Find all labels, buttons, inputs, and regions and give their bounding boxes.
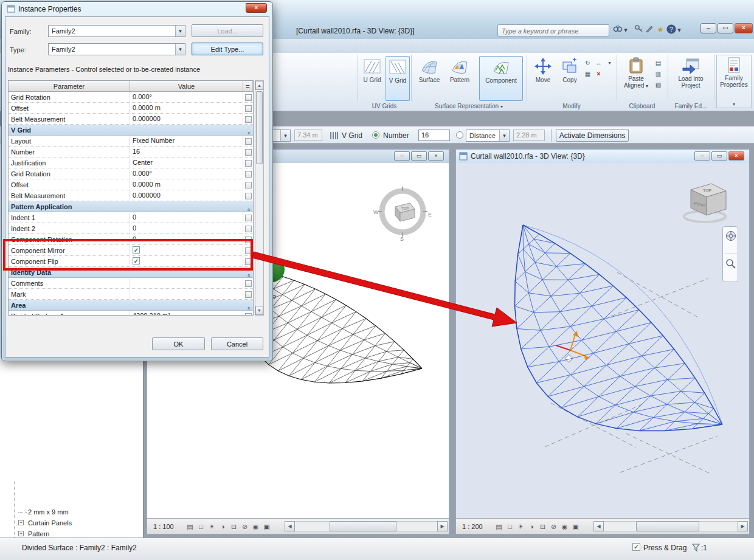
parameter-value[interactable] xyxy=(130,289,243,299)
help-icon[interactable]: ? xyxy=(665,24,677,35)
zoom-icon[interactable] xyxy=(725,258,736,269)
value-checkbox[interactable]: ✓ xyxy=(133,257,140,264)
combo-dropdown-icon[interactable]: ▾ xyxy=(175,44,185,55)
u-grid-button[interactable]: U Grid xyxy=(360,56,384,101)
parameter-section-row[interactable]: Identity Data» xyxy=(9,267,253,278)
shadows-icon[interactable]: ◑ xyxy=(218,522,228,531)
parameter-value[interactable]: 0.000000 xyxy=(130,114,243,124)
associate-parameter-button[interactable] xyxy=(243,212,253,223)
parameter-value[interactable]: 0.0000 m xyxy=(130,103,243,113)
visual-style-icon[interactable]: □ xyxy=(505,522,515,531)
parameter-value[interactable]: 0 xyxy=(130,234,243,244)
delete-icon[interactable]: × xyxy=(593,69,604,78)
combo-dropdown-icon[interactable]: ▾ xyxy=(280,130,290,141)
filter-icon[interactable] xyxy=(692,544,700,551)
parameter-value[interactable]: 0.000000 xyxy=(130,190,243,201)
combo-dropdown-icon[interactable]: ▾ xyxy=(175,26,185,36)
copy-button[interactable]: Copy xyxy=(557,56,583,101)
sun-path-icon[interactable]: ☀ xyxy=(516,522,526,531)
close-button[interactable]: × xyxy=(735,23,753,33)
crop-view-icon[interactable]: ⊡ xyxy=(229,522,239,531)
array-icon[interactable]: ▦ xyxy=(583,69,593,78)
left-hscroll-right-arrow[interactable]: ▶ xyxy=(437,521,448,531)
left-view-scale[interactable]: 1 : 100 xyxy=(153,523,174,530)
paste-dropdown-icon[interactable]: ▾ xyxy=(646,83,648,89)
value-checkbox[interactable]: ✓ xyxy=(133,246,140,254)
parameter-value[interactable]: 0 xyxy=(130,223,243,233)
associate-parameter-button[interactable] xyxy=(243,234,253,244)
parameter-value[interactable]: 0.000° xyxy=(130,168,243,179)
associate-parameter-button[interactable] xyxy=(243,168,253,179)
associate-parameter-button[interactable] xyxy=(243,278,253,288)
reveal-hidden-icon[interactable]: ▣ xyxy=(261,522,272,531)
crop-view-icon[interactable]: ⊡ xyxy=(538,522,548,531)
dialog-close-button[interactable]: × xyxy=(246,3,267,13)
table-scrollbar-thumb[interactable] xyxy=(256,91,263,164)
combo-dropdown-icon[interactable]: ▾ xyxy=(499,130,509,141)
pen-icon[interactable] xyxy=(643,24,655,35)
parameter-section-row[interactable]: Pattern Application» xyxy=(9,201,253,212)
associate-parameter-button[interactable] xyxy=(243,190,253,201)
associate-parameter-button[interactable] xyxy=(243,245,253,255)
sun-path-icon[interactable]: ☀ xyxy=(207,522,217,531)
scroll-down-arrow[interactable]: ▼ xyxy=(255,306,263,315)
detail-level-icon[interactable]: ▤ xyxy=(494,522,504,531)
associate-parameter-button[interactable] xyxy=(243,311,253,316)
table-scrollbar[interactable]: ▲ ▼ xyxy=(255,80,264,316)
type-combo[interactable]: Family2 ▾ xyxy=(48,43,185,55)
distance-combo[interactable]: Distance ▾ xyxy=(466,130,510,142)
view-compass[interactable]: TOP W S E xyxy=(372,181,433,242)
right-view-scale[interactable]: 1 : 200 xyxy=(462,523,483,530)
left-view-close-button[interactable]: × xyxy=(428,151,444,161)
maximize-button[interactable]: ▭ xyxy=(718,23,733,33)
parameter-value[interactable]: ✓ xyxy=(130,245,243,255)
parameter-value[interactable]: Fixed Number xyxy=(130,136,243,146)
cancel-button[interactable]: Cancel xyxy=(211,337,263,350)
cut-icon[interactable]: ▤ xyxy=(653,58,663,67)
associate-parameter-button[interactable] xyxy=(243,179,253,190)
visual-style-icon[interactable]: □ xyxy=(196,522,206,531)
activate-dimensions-button[interactable]: Activate Dimensions xyxy=(556,129,629,142)
rotate-icon[interactable]: ↻ xyxy=(583,58,593,67)
panel-dropdown-icon[interactable]: ▾ xyxy=(500,104,503,109)
scroll-up-arrow[interactable]: ▲ xyxy=(255,81,263,90)
right-hscroll-right-arrow[interactable]: ▶ xyxy=(738,521,748,531)
parameter-value[interactable] xyxy=(130,278,243,288)
parameter-value[interactable]: 16 xyxy=(130,147,243,157)
edit-type-button[interactable]: Edit Type... xyxy=(192,43,263,55)
instance-properties-dialog[interactable]: Instance Properties × Family: Family2 ▾ … xyxy=(1,1,273,361)
right-view-maximize-button[interactable]: ▭ xyxy=(711,151,727,161)
mirror-icon[interactable]: ↔ xyxy=(593,58,604,67)
right-view-titlebar[interactable]: Curtail wall2010.rfa - 3D View: {3D} – ▭… xyxy=(456,150,749,163)
reveal-hidden-icon[interactable]: ▣ xyxy=(570,522,581,531)
parameter-value[interactable]: Center xyxy=(130,157,243,168)
help-dropdown-icon[interactable]: ▾ xyxy=(676,24,682,35)
search-dropdown-icon[interactable]: ▾ xyxy=(623,24,629,35)
minimize-button[interactable]: – xyxy=(700,23,716,33)
column-header-value[interactable]: Value xyxy=(130,81,243,91)
left-view-minimize-button[interactable]: – xyxy=(394,151,410,161)
paste-aligned-button[interactable]: Paste Aligned ▾ xyxy=(621,56,651,105)
right-hscroll-thumb[interactable] xyxy=(636,521,699,531)
hide-isolate-icon[interactable]: ◉ xyxy=(559,522,570,531)
associate-parameter-button[interactable] xyxy=(243,289,253,299)
component-button[interactable]: Component xyxy=(479,56,523,101)
match-type-icon[interactable]: ▧ xyxy=(653,80,663,89)
column-header-parameter[interactable]: Parameter xyxy=(9,81,130,91)
collapse-chevron-icon[interactable]: » xyxy=(243,300,254,310)
collapse-chevron-icon[interactable]: » xyxy=(243,202,254,212)
tree-item[interactable]: +Curtain Panels xyxy=(7,518,135,529)
associate-parameter-button[interactable] xyxy=(243,147,253,157)
pattern-button[interactable]: Pattern xyxy=(445,56,474,101)
star-icon[interactable]: ★ xyxy=(654,24,666,35)
left-hscroll-thumb[interactable] xyxy=(330,521,396,531)
search-input[interactable] xyxy=(498,26,609,36)
parameter-value[interactable]: 0.000° xyxy=(130,92,243,102)
associate-parameter-button[interactable] xyxy=(243,157,253,168)
left-view-maximize-button[interactable]: ▭ xyxy=(411,151,427,161)
associate-parameter-button[interactable] xyxy=(243,256,253,266)
modify-dropdown-icon[interactable]: ▾ xyxy=(604,58,615,67)
family-properties-dropdown-icon[interactable]: ▾ xyxy=(717,102,751,107)
associate-parameter-button[interactable] xyxy=(243,223,253,233)
tree-item[interactable]: 2 mm x 9 mm xyxy=(7,507,135,518)
